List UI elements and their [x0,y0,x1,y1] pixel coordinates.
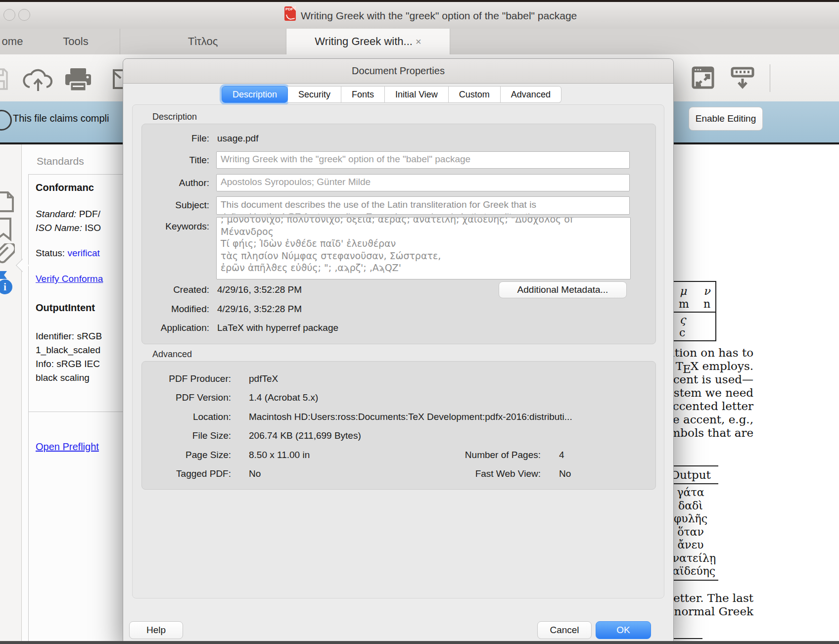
window-bottom-edge [0,641,839,644]
app-window: PDF Writing Greek with the "greek" optio… [0,0,839,644]
status-label: Status: [36,248,65,258]
pdf-file-icon: PDF [284,6,296,21]
pdf-producer-label: PDF Producer: [142,373,231,384]
keywords-label: Keywords: [142,221,209,232]
application-label: Application: [142,322,209,333]
help-button[interactable]: Help [129,621,183,639]
conformance-heading: Conformanc [36,182,94,193]
pdf-text-line: letter. The last [670,592,753,604]
tab-document-greek[interactable]: Τὶτλος [148,29,257,54]
document-properties-dialog: Document Properties Description Security… [123,58,674,642]
page-size-label: Page Size: [142,450,231,460]
tab-tools[interactable]: Tools [53,29,98,54]
cancel-button[interactable]: Cancel [537,621,592,639]
fast-web-view-value: No [559,468,571,479]
subject-line1: This document describes the use of the L… [221,199,625,211]
svg-text:i: i [3,281,6,292]
tab-custom[interactable]: Custom [449,86,501,103]
file-value: usage.pdf [217,133,258,144]
tab-document-active[interactable]: Writing Greek with... × [286,29,450,54]
attachment-paperclip-icon[interactable] [0,243,15,266]
verify-conformance-link[interactable]: Verify Conforma [36,274,103,284]
pdf-version-label: PDF Version: [142,392,231,403]
enable-editing-button[interactable]: Enable Editing [689,107,763,131]
identifier-line1: Identifier: sRGB [36,331,102,342]
subject-line2-clipped: defined by the LGR font encoding. Exampl… [221,211,625,215]
open-preflight-link[interactable]: Open Preflight [36,441,99,453]
pdf-text-line-tex: at TEX employs. [660,360,753,372]
traffic-light-close[interactable] [3,9,15,21]
standards-panel-icon[interactable]: i [0,270,15,296]
standard-value: PDF/ [79,209,100,219]
tab-description[interactable]: Description [222,86,288,103]
status-value: verificat [67,248,99,258]
iso-value: ISO [85,223,101,233]
dialog-tabs: Description Security Fonts Initial View … [222,86,561,103]
window-titlebar: PDF Writing Greek with the "greek" optio… [0,2,839,29]
title-input[interactable]: Writing Greek with the "greek" option of… [216,151,630,169]
created-label: Created: [142,284,209,295]
tab-security[interactable]: Security [288,86,341,103]
description-group: File: usage.pdf Title: Writing Greek wit… [141,124,656,344]
tagged-pdf-label: Tagged PDF: [142,468,231,479]
created-value: 4/29/16, 3:52:28 PM [217,284,302,295]
pdf-version-value: 1.4 (Acrobat 5.x) [249,392,318,403]
cloud-upload-icon[interactable] [22,65,54,93]
table-cell: μ [680,285,687,297]
number-of-pages-label: Number of Pages: [419,450,541,460]
ok-button[interactable]: OK [596,621,651,639]
fast-web-view-label: Fast Web View: [419,468,541,479]
keywords-line: τὰς πλησίον Νύμφας στεφανοῦσαν, Σώστρατε… [221,250,626,262]
panel-border-left [28,174,29,644]
keywords-line: ἐρῶν ἀπῆλϑες εὐϑύς; "; ‚αϡρζ'; ‚ΑϡQZ' [221,262,626,274]
toolbar-collapse-icon[interactable] [731,67,754,90]
file-label: File: [142,133,209,144]
modified-value: 4/29/16, 3:52:28 PM [217,304,302,315]
tagged-pdf-value: No [249,468,261,479]
identifier-line3: Info: sRGB IEC [36,359,100,369]
tab-divider [120,29,120,54]
tab-advanced[interactable]: Advanced [501,86,561,103]
traffic-light-minimize[interactable] [18,9,30,21]
save-icon[interactable] [0,66,9,92]
outputintent-heading: OutputIntent [36,302,95,314]
description-section-label: Description [152,112,197,122]
additional-metadata-button[interactable]: Additional Metadata... [499,281,627,298]
tex-post: X employs. [691,360,753,372]
number-of-pages-value: 4 [559,450,564,460]
identifier-line4: black scaling [36,372,90,383]
bookmark-icon[interactable] [0,217,14,241]
expand-window-icon[interactable] [692,65,714,90]
pdf-producer-value: pdfTeX [249,373,278,384]
toolbar-separator [770,64,770,92]
standard-line: Standard: PDF/ [36,209,100,220]
print-icon[interactable] [64,67,92,92]
subject-input[interactable]: This document describes the use of the L… [216,196,630,215]
table-cell: n [703,298,710,310]
pdf-text-line: the accent, e.g., [661,413,753,426]
advanced-group: PDF Producer: pdfTeX PDF Version: 1.4 (A… [141,361,656,490]
file-size-value: 206.74 KB (211,699 Bytes) [249,430,361,441]
keywords-line: ; μονοτονιχο; πολυτονιχο; οξεια; αερας; … [221,217,626,226]
location-value: Macintosh HD:Users:ross:Documents:TeX De… [249,412,572,422]
subject-label: Subject: [142,200,209,211]
panel-border [28,174,123,175]
tab-fonts[interactable]: Fonts [341,86,385,103]
file-size-label: File Size: [142,430,231,441]
tab-initial-view[interactable]: Initial View [385,86,449,103]
standard-label: Standard: [36,209,76,219]
iso-line: ISO Name: ISO [36,223,101,233]
tab-close-icon[interactable]: × [416,36,421,47]
location-label: Location: [142,412,231,422]
tab-home[interactable]: ome [0,29,35,54]
advanced-section-label: Advanced [152,349,192,360]
pdf-letters-table: μ ν m n ς c [669,281,716,341]
window-title: Writing Greek with the "greek" option of… [301,10,577,22]
stamp-tool-icon[interactable] [0,190,15,213]
author-input[interactable]: Apostolos Syropoulos; Günter Milde [216,174,630,191]
dialog-content: Description File: usage.pdf Title: Writi… [132,104,664,598]
standards-panel-title: Standards [37,155,84,167]
modified-label: Modified: [142,304,209,315]
title-label: Title: [142,155,209,166]
keywords-input[interactable]: ; μονοτονιχο; πολυτονιχο; οξεια; αερας; … [216,217,631,279]
